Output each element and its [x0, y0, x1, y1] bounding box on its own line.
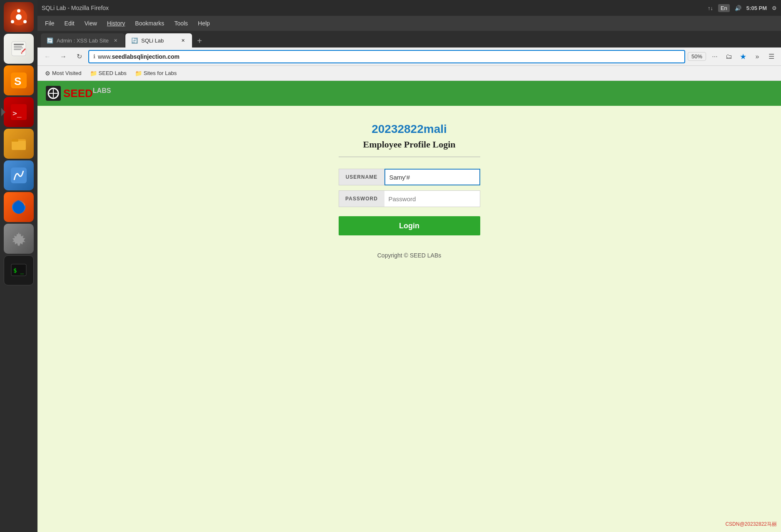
bookmark-star-icon[interactable]: ★	[737, 50, 749, 63]
bookmarks-bar: ⚙ Most Visited 📁 SEED Labs 📁 Sites for L…	[37, 66, 781, 81]
tab-label: Admin : XSS Lab Site	[57, 37, 109, 44]
bookmark-seed-label: SEED Labs	[99, 70, 127, 76]
nav-tools: ··· 🗂 ★ » ☰	[709, 50, 778, 63]
nav-bar: ← → ↻ ℹ www.seedlabsqlinjection.com 50% …	[37, 47, 781, 66]
taskbar: S >_	[0, 0, 37, 532]
forward-button[interactable]: →	[57, 50, 70, 63]
text-editor-icon[interactable]	[4, 34, 34, 64]
more-options-button[interactable]: ···	[709, 50, 721, 63]
bookmark-seed-labs[interactable]: 📁 SEED Labs	[87, 69, 130, 78]
url-text: www.seedlabsqlinjection.com	[98, 53, 180, 60]
username-input[interactable]	[384, 169, 480, 185]
menu-history[interactable]: History	[103, 18, 130, 28]
tab-close-xss[interactable]: ✕	[112, 37, 119, 44]
menu-view[interactable]: View	[80, 18, 101, 28]
login-form: USERNAME PASSWORD Login	[339, 169, 480, 235]
tab-bar: 🔄 Admin : XSS Lab Site ✕ 🔄 SQLi Lab ✕ +	[37, 31, 781, 47]
tab-sqli-lab[interactable]: 🔄 SQLi Lab ✕	[125, 33, 192, 47]
expand-icon[interactable]: »	[751, 50, 764, 63]
sublime-icon[interactable]: S	[4, 65, 34, 95]
folder-icon: 📁	[90, 70, 97, 77]
back-button[interactable]: ←	[41, 50, 54, 63]
address-bar[interactable]: ℹ www.seedlabsqlinjection.com	[88, 50, 685, 63]
copyright-text: Copyright © SEED LABs	[377, 252, 442, 259]
menu-file[interactable]: File	[41, 18, 59, 28]
username-row: USERNAME	[339, 169, 480, 185]
svg-text:$ _: $ _	[13, 267, 24, 274]
login-area: 20232822mali Employee Profile Login USER…	[37, 106, 781, 532]
svg-text:S: S	[14, 75, 21, 87]
files-icon[interactable]	[4, 129, 34, 159]
logo-labs: LABS	[93, 87, 111, 94]
login-button[interactable]: Login	[339, 216, 480, 235]
folder2-icon: 📁	[135, 70, 142, 77]
svg-rect-15	[12, 141, 26, 150]
svg-text:>_: >_	[12, 109, 22, 117]
hamburger-menu-button[interactable]: ☰	[765, 50, 778, 63]
tab-icon: 🔄	[47, 37, 53, 44]
ubuntu-icon[interactable]	[4, 2, 34, 32]
svg-point-2	[17, 9, 20, 12]
menu-bar: File Edit View History Bookmarks Tools H…	[37, 16, 781, 31]
terminal-red-icon[interactable]: >_	[4, 97, 34, 127]
username-label: USERNAME	[339, 169, 384, 185]
tab-icon-active: 🔄	[131, 37, 138, 44]
svg-rect-16	[12, 139, 18, 142]
info-icon: ℹ	[93, 53, 95, 60]
svg-rect-8	[14, 47, 23, 48]
menu-bookmarks[interactable]: Bookmarks	[131, 18, 168, 28]
window-title: SQLi Lab - Mozilla Firefox	[42, 5, 109, 11]
tab-xss-lab[interactable]: 🔄 Admin : XSS Lab Site ✕	[41, 33, 125, 47]
terminal-icon[interactable]: $ _	[4, 255, 34, 285]
menu-edit[interactable]: Edit	[60, 18, 79, 28]
pocket-icon[interactable]: 🗂	[723, 50, 735, 63]
bookmark-sites-label: Sites for Labs	[144, 70, 177, 76]
keyboard-layout: En	[718, 4, 730, 12]
menu-help[interactable]: Help	[194, 18, 214, 28]
watermark: CSDN@20232822马丽	[725, 521, 777, 528]
settings-icon[interactable]: ⚙	[772, 5, 777, 11]
bookmark-label: Most Visited	[52, 70, 82, 76]
title-divider	[339, 157, 480, 157]
zoom-level[interactable]: 50%	[688, 52, 706, 61]
title-bar: SQLi Lab - Mozilla Firefox ↑↓ En 🔊 5:05 …	[37, 0, 781, 16]
url-bold: seedlabsqlinjection.com	[112, 53, 180, 60]
tab-close-sqli[interactable]: ✕	[180, 37, 186, 44]
password-input[interactable]	[384, 190, 480, 207]
logo-icon	[46, 86, 61, 101]
settings-icon[interactable]	[4, 224, 34, 254]
clock: 5:05 PM	[746, 5, 767, 11]
title-bar-icons: ↑↓ En 🔊 5:05 PM ⚙	[708, 4, 777, 12]
wireshark-icon[interactable]	[4, 160, 34, 190]
gear-icon: ⚙	[45, 70, 50, 77]
browser-window: SQLi Lab - Mozilla Firefox ↑↓ En 🔊 5:05 …	[37, 0, 781, 532]
firefox-icon[interactable]	[4, 192, 34, 222]
network-icon: ↑↓	[708, 5, 713, 11]
page-form-title: Employee Profile Login	[363, 139, 455, 150]
reload-button[interactable]: ↻	[72, 50, 86, 63]
new-tab-button[interactable]: +	[193, 34, 206, 47]
menu-tools[interactable]: Tools	[170, 18, 192, 28]
page-user-title: 20232822mali	[372, 122, 447, 136]
svg-point-4	[23, 20, 27, 23]
site-logo: SEEDLABS	[46, 86, 111, 101]
svg-point-1	[15, 14, 22, 20]
svg-rect-9	[14, 49, 21, 50]
svg-point-3	[11, 20, 14, 23]
svg-rect-7	[14, 46, 22, 47]
tab-label-active: SQLi Lab	[141, 37, 164, 44]
page-content: SEEDLABS 20232822mali Employee Profile L…	[37, 81, 781, 532]
bookmark-most-visited[interactable]: ⚙ Most Visited	[42, 69, 85, 78]
svg-rect-6	[14, 44, 24, 45]
volume-icon: 🔊	[735, 5, 741, 11]
password-label: PASSWORD	[339, 190, 384, 207]
bookmark-sites-for-labs[interactable]: 📁 Sites for Labs	[132, 69, 180, 78]
site-header: SEEDLABS	[37, 81, 781, 106]
logo-seed: SEED	[63, 87, 93, 100]
password-row: PASSWORD	[339, 190, 480, 207]
logo-text: SEEDLABS	[63, 87, 111, 100]
